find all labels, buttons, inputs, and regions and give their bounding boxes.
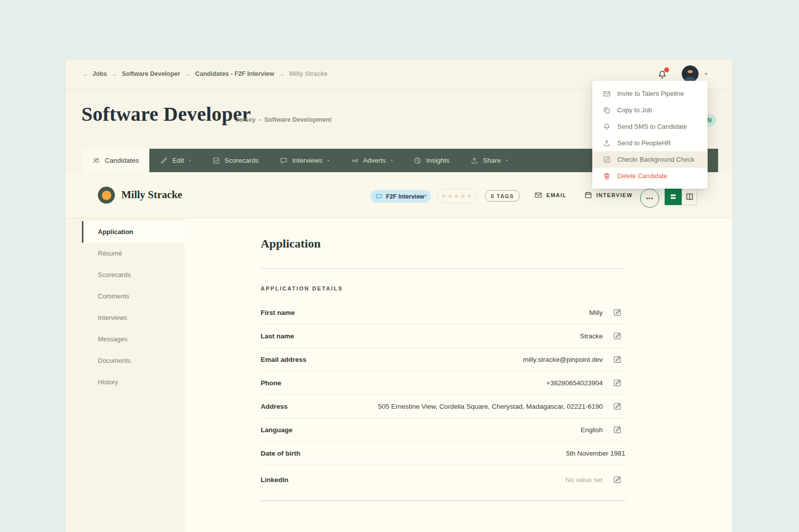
email-button[interactable]: EMAIL <box>534 191 567 199</box>
breadcrumb-item-jobs[interactable]: Jobs <box>92 70 107 77</box>
rating-stars[interactable]: ★★★★★ <box>437 189 477 203</box>
rows-icon <box>669 192 678 201</box>
arrow-right-icon: → <box>111 70 117 77</box>
arrow-right-icon: → <box>279 70 285 77</box>
ellipsis-icon: ••• <box>646 195 654 201</box>
field-value: +38280654023904 <box>546 379 603 387</box>
job-department: Software Development <box>264 116 332 123</box>
menu-item-checkr-background-check[interactable]: Checkr Background Check <box>592 151 708 168</box>
field-row-last-name: Last name Stracke <box>261 324 625 348</box>
chevron-down-icon: ▾ <box>391 158 393 163</box>
chevron-down-icon: ▾ <box>506 158 508 163</box>
tab-insights[interactable]: Insights <box>403 149 460 172</box>
breadcrumb-segment: → Jobs <box>82 70 107 77</box>
edit-icon[interactable] <box>613 475 622 484</box>
job-location: Jersey <box>236 116 256 123</box>
tags-badge[interactable]: 0 TAGS <box>485 190 520 202</box>
user-photo <box>682 65 699 82</box>
menu-item-label: Invite to Talent Pipeline <box>617 90 684 97</box>
field-label: Address <box>261 403 288 410</box>
breadcrumb-item-milly-stracke[interactable]: Milly Stracke <box>289 70 327 77</box>
tab-adverts[interactable]: Ad Adverts ▾ <box>340 149 403 172</box>
breadcrumb-segment: → Candidates - F2F Interview <box>185 70 274 77</box>
breadcrumb: → Jobs → Software Developer → Candidates… <box>82 70 328 77</box>
sidebar-item-interviews[interactable]: Interviews <box>82 307 185 328</box>
field-value: milly.stracke@pinpoint.dev <box>523 356 603 363</box>
page-title: Software Developer <box>81 102 251 126</box>
sidebar-item-r-sum[interactable]: Résumé <box>82 243 185 264</box>
sidebar-item-messages[interactable]: Messages <box>82 328 185 350</box>
more-actions-button[interactable]: ••• <box>640 189 659 208</box>
people-icon <box>92 157 100 165</box>
menu-item-label: Send SMS to Candidate <box>617 123 687 130</box>
email-button-label: EMAIL <box>546 192 567 198</box>
menu-item-delete-candidate[interactable]: Delete Candidate <box>592 168 708 184</box>
stage-chevron-down-icon[interactable]: ▾ <box>424 193 427 198</box>
field-value: English <box>581 426 603 434</box>
sidebar-item-comments[interactable]: Comments <box>82 285 185 307</box>
tab-interviews[interactable]: Interviews ▾ <box>269 149 340 172</box>
pie-icon <box>413 157 421 165</box>
breadcrumb-item-candidates-f2f-interview[interactable]: Candidates - F2F Interview <box>195 70 274 77</box>
job-subtitle: Jersey • Software Development <box>236 116 332 123</box>
field-label: LinkedIn <box>261 476 289 484</box>
stage-badge[interactable]: F2F Interview <box>371 190 431 203</box>
breadcrumb-item-software-developer[interactable]: Software Developer <box>122 70 180 77</box>
field-value: No value set <box>565 476 603 484</box>
menu-item-copy-to-job[interactable]: Copy to Job <box>592 102 708 118</box>
avatar-dot <box>102 191 111 200</box>
sidebar-item-application[interactable]: Application <box>82 221 185 243</box>
candidate-actions-menu: Invite to Talent Pipeline Copy to Job Se… <box>592 81 708 189</box>
menu-item-send-sms-to-candidate[interactable]: Send SMS to Candidate <box>592 118 708 135</box>
sidebar-item-scorecards[interactable]: Scorecards <box>82 264 185 285</box>
candidate-name: Milly Stracke <box>121 189 182 201</box>
main-panel: Application APPLICATION DETAILS First na… <box>185 218 732 532</box>
copy-icon <box>603 106 611 114</box>
board-view-toggle[interactable] <box>682 188 697 205</box>
chevron-down-icon[interactable]: ▾ <box>705 71 707 76</box>
edit-icon[interactable] <box>613 425 622 434</box>
share-icon <box>603 139 611 147</box>
bell-icon <box>603 123 611 131</box>
section-title: APPLICATION DETAILS <box>261 285 625 291</box>
page: { "colors": { "mint-bg": "#e4efe9", "cre… <box>0 0 799 532</box>
chat-icon <box>280 157 288 165</box>
edit-icon[interactable] <box>613 355 622 364</box>
tab-candidates[interactable]: Candidates <box>82 149 149 172</box>
divider <box>261 268 625 269</box>
field-value: 5th November 1981 <box>566 450 625 457</box>
menu-item-invite-to-talent-pipeline[interactable]: Invite to Talent Pipeline <box>592 85 708 102</box>
interview-button[interactable]: INTERVIEW <box>584 191 633 199</box>
field-row-first-name: First name Milly <box>261 301 625 324</box>
breadcrumb-segment: → Software Developer <box>111 70 180 77</box>
list-view-toggle[interactable] <box>665 188 682 205</box>
sidebar-item-history[interactable]: History <box>82 371 185 393</box>
notifications-button[interactable] <box>657 69 668 81</box>
edit-icon[interactable] <box>613 378 622 387</box>
arrow-right-icon: → <box>185 70 191 77</box>
columns-icon <box>685 192 694 201</box>
field-label: Last name <box>261 332 294 340</box>
field-row-address: Address 505 Ernestine View, Cordelia Squ… <box>261 395 625 418</box>
tab-scorecards[interactable]: Scorecards <box>202 149 269 172</box>
stage-label: F2F Interview <box>386 193 424 200</box>
field-label: Language <box>261 426 293 434</box>
sidebar-item-documents[interactable]: Documents <box>82 350 185 371</box>
sidebar-nav: Application Résumé Scorecards Comments I… <box>82 221 185 393</box>
candidate-sidebar: Application Résumé Scorecards Comments I… <box>65 218 185 532</box>
edit-icon[interactable] <box>613 308 622 317</box>
tab-edit[interactable]: Edit ▾ <box>149 149 201 172</box>
menu-item-label: Copy to Job <box>617 106 652 114</box>
field-row-linkedin: LinkedIn No value set <box>261 465 625 494</box>
menu-item-send-to-peoplehr[interactable]: Send to PeopleHR <box>592 135 708 151</box>
edit-icon[interactable] <box>613 402 622 411</box>
field-row-phone: Phone +38280654023904 <box>261 371 625 395</box>
ad-icon: Ad <box>351 157 359 165</box>
user-avatar[interactable] <box>682 65 699 82</box>
pencil-icon <box>160 157 168 165</box>
envelope-icon <box>603 90 611 98</box>
menu-item-label: Send to PeopleHR <box>617 139 671 147</box>
edit-icon[interactable] <box>613 331 622 340</box>
tab-share[interactable]: Share ▾ <box>460 149 518 172</box>
svg-text:Ad: Ad <box>352 158 358 163</box>
